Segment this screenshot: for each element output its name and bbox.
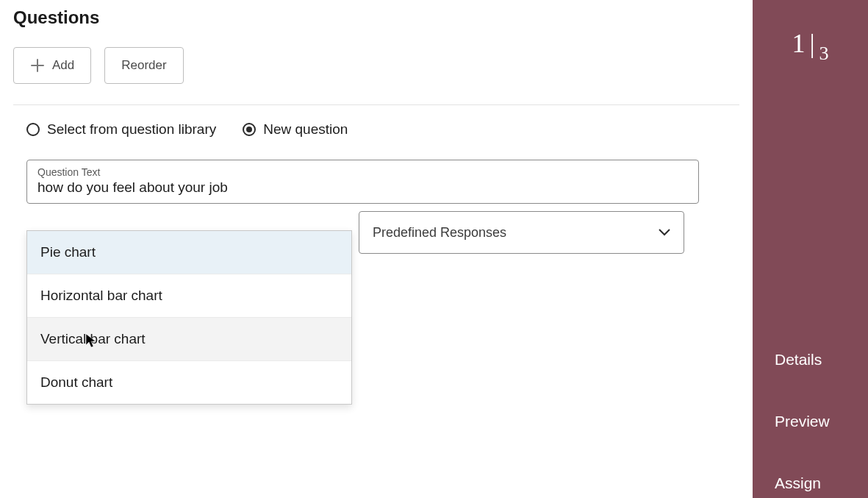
plus-icon	[30, 58, 45, 73]
radio-library-label: Select from question library	[47, 121, 216, 138]
sidebar-item-details[interactable]: Details	[753, 339, 868, 380]
display-result-dropdown-menu: Pie chart Horizontal bar chart Vertical …	[26, 230, 352, 405]
sidebar-item-assign[interactable]: Assign	[753, 463, 868, 498]
reorder-label: Reorder	[121, 58, 166, 73]
page-indicator: 1 | 3	[753, 28, 868, 59]
add-label: Add	[52, 58, 74, 73]
reorder-button[interactable]: Reorder	[104, 47, 183, 84]
dropdown-option-pie[interactable]: Pie chart	[27, 231, 351, 274]
divider	[13, 104, 739, 105]
dropdown-option-donut[interactable]: Donut chart	[27, 361, 351, 404]
add-button[interactable]: Add	[13, 47, 91, 84]
radio-new[interactable]: New question	[243, 121, 348, 138]
sidebar-item-label: Assign	[775, 474, 821, 491]
main-content: Questions Add Reorder Select from questi…	[0, 0, 753, 498]
toolbar: Add Reorder	[13, 47, 739, 84]
page-separator: |	[809, 28, 814, 59]
sidebar: 1 | 3 Details Preview Assign	[753, 0, 868, 498]
question-source-radios: Select from question library New questio…	[13, 121, 739, 138]
page-title: Questions	[13, 7, 739, 28]
chevron-down-icon	[659, 229, 670, 236]
sidebar-item-label: Preview	[775, 413, 830, 430]
question-text-field[interactable]: Question Text	[26, 160, 699, 204]
dropdown-option-vertical[interactable]: Vertical bar chart	[27, 318, 351, 361]
page-total: 3	[819, 43, 829, 65]
predefined-responses-label: Predefined Responses	[373, 225, 506, 241]
question-text-input[interactable]	[37, 179, 688, 196]
question-text-label: Question Text	[37, 166, 688, 178]
sidebar-item-label: Details	[775, 351, 822, 368]
radio-new-label: New question	[263, 121, 348, 138]
predefined-responses-select[interactable]: Predefined Responses	[359, 211, 684, 254]
page-current: 1	[792, 28, 805, 59]
radio-icon	[26, 123, 40, 136]
sidebar-item-preview[interactable]: Preview	[753, 401, 868, 442]
radio-library[interactable]: Select from question library	[26, 121, 216, 138]
dropdown-option-horizontal[interactable]: Horizontal bar chart	[27, 274, 351, 318]
radio-icon-selected	[243, 123, 256, 136]
sidebar-nav: Details Preview Assign	[753, 339, 868, 498]
